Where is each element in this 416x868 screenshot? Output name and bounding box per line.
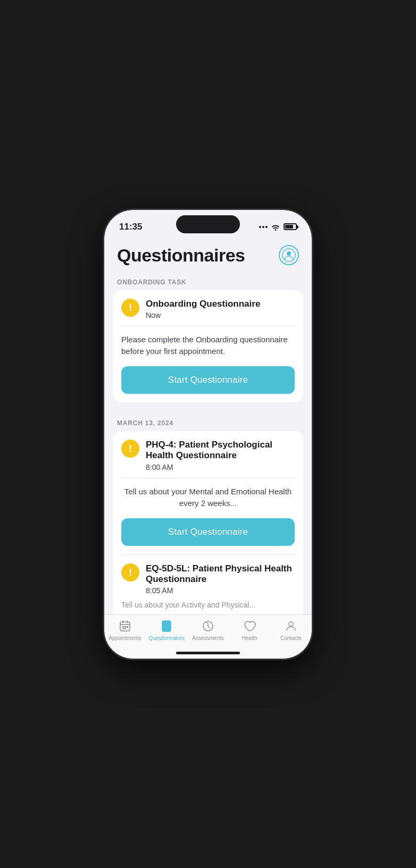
wifi-icon xyxy=(271,223,280,231)
dynamic-island xyxy=(176,215,240,233)
phq4-description: Tell us about your Mental and Emotional … xyxy=(121,486,295,510)
svg-rect-10 xyxy=(124,628,126,629)
status-icons xyxy=(259,223,297,231)
svg-rect-8 xyxy=(127,626,128,628)
user-icon xyxy=(282,248,296,262)
page-header: Questionnaires xyxy=(104,237,312,270)
status-bar: 11:35 xyxy=(104,210,312,237)
onboarding-card-body: Please complete the Onboarding questionn… xyxy=(113,326,303,402)
contacts-label: Contacts xyxy=(280,635,301,641)
phq4-card-header: ! PHQ-4: Patient Psychological Health Qu… xyxy=(113,431,303,478)
tab-contacts[interactable]: Contacts xyxy=(270,619,312,641)
onboarding-card-title: Onboarding Questionnaire xyxy=(146,299,295,309)
tab-health[interactable]: Health xyxy=(229,619,270,641)
section-label-march: MARCH 13, 2024 xyxy=(104,411,312,431)
svg-line-16 xyxy=(205,622,208,623)
scroll-content[interactable]: Questionnaires ONBOARDING TASK ! Onboard… xyxy=(104,237,312,659)
health-icon xyxy=(243,619,256,633)
battery-icon xyxy=(284,223,297,230)
svg-point-1 xyxy=(287,251,291,256)
appointments-label: Appointments xyxy=(109,635,141,641)
phq4-card-body: Tell us about your Mental and Emotional … xyxy=(113,478,303,554)
profile-button[interactable] xyxy=(279,245,299,265)
phone-frame: 11:35 Que xyxy=(104,210,312,659)
phq4-title-block: PHQ-4: Patient Psychological Health Ques… xyxy=(146,440,295,471)
appointments-icon xyxy=(118,619,132,633)
section-label-onboarding: ONBOARDING TASK xyxy=(104,270,312,290)
phq4-card: ! PHQ-4: Patient Psychological Health Qu… xyxy=(113,431,303,618)
eq5d-card-time: 8:05 AM xyxy=(146,586,295,595)
onboarding-alert-icon: ! xyxy=(121,299,139,317)
phone-screen: 11:35 Que xyxy=(104,210,312,659)
onboarding-description: Please complete the Onboarding questionn… xyxy=(121,334,295,358)
questionnaires-icon xyxy=(160,619,173,633)
eq5d-alert-icon: ! xyxy=(121,563,139,582)
signal-icon xyxy=(259,226,268,228)
phq4-card-time: 8:00 AM xyxy=(146,463,295,471)
contacts-icon xyxy=(284,619,298,633)
phq4-card-title: PHQ-4: Patient Psychological Health Ques… xyxy=(146,440,295,461)
onboarding-card-time: Now xyxy=(146,311,295,319)
eq5d-header: ! EQ-5D-5L: Patient Physical Health Ques… xyxy=(121,563,295,595)
onboarding-card: ! Onboarding Questionnaire Now Please co… xyxy=(113,290,303,402)
health-label: Health xyxy=(242,635,257,641)
tab-assessments[interactable]: Assessments xyxy=(187,619,229,641)
eq5d-card-title: EQ-5D-5L: Patient Physical Health Questi… xyxy=(146,563,295,585)
svg-rect-7 xyxy=(124,626,126,628)
onboarding-start-button[interactable]: Start Questionnaire xyxy=(121,366,295,394)
svg-point-17 xyxy=(289,622,293,626)
assessments-label: Assessments xyxy=(192,635,223,641)
tab-appointments[interactable]: Appointments xyxy=(104,619,146,641)
assessments-icon xyxy=(201,619,215,633)
phq4-start-button[interactable]: Start Questionnaire xyxy=(121,518,295,546)
onboarding-title-block: Onboarding Questionnaire Now xyxy=(146,299,295,319)
phq4-alert-icon: ! xyxy=(121,440,139,458)
onboarding-card-header: ! Onboarding Questionnaire Now xyxy=(113,290,303,326)
eq5d-item: ! EQ-5D-5L: Patient Physical Health Ques… xyxy=(113,555,303,595)
status-time: 11:35 xyxy=(119,222,142,232)
tab-questionnaires[interactable]: Questionnaires xyxy=(146,619,187,641)
eq5d-title-block: EQ-5D-5L: Patient Physical Health Questi… xyxy=(146,563,295,595)
home-indicator xyxy=(176,652,240,654)
svg-rect-11 xyxy=(162,621,171,631)
questionnaires-label: Questionnaires xyxy=(148,635,184,641)
svg-rect-6 xyxy=(122,626,124,628)
page-title: Questionnaires xyxy=(117,245,245,266)
svg-rect-9 xyxy=(122,628,124,629)
